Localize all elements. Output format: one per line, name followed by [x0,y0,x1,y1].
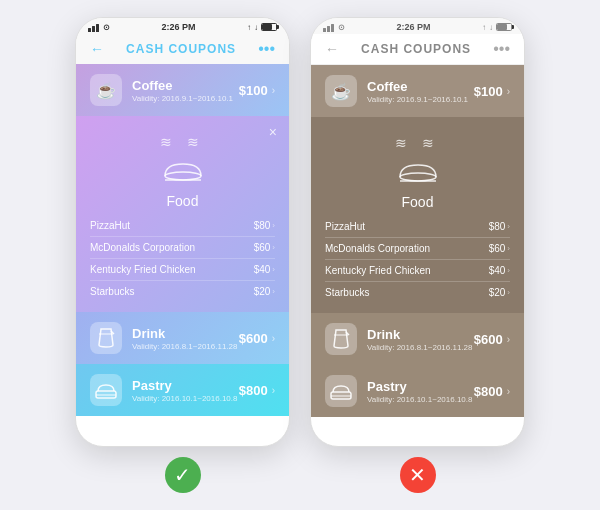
wifi-right: ⊙ [338,23,345,32]
coffee-value-left: $100 [239,83,268,98]
scroll-content-right: ☕ Coffee Validity: 2016.9.1~2016.10.1 $1… [311,65,524,446]
pastry-icon-right [325,375,357,407]
food-icon-center-right: ≋ ≋ Food [325,127,510,216]
back-button-left[interactable]: ← [90,41,104,57]
food-item-4-chevron-right: › [507,288,510,297]
food-item-1-chevron-left: › [272,221,275,230]
more-button-left[interactable]: ••• [258,40,275,58]
drink-icon-right [325,323,357,355]
food-item-1-right[interactable]: PizzaHut $80 › [325,216,510,238]
food-steam-right: ≋ ≋ [395,135,441,151]
food-item-3-left[interactable]: Kentucky Fried Chicken $40 › [90,259,275,281]
food-item-1-right-left: $80 › [254,220,275,231]
pastry-info-right: Pastry Validity: 2016.10.1~2016.10.8 [367,379,474,404]
phone-left-wrapper: ⊙ 2:26 PM ↑ ↓ ← CASH COUPONS ••• ☕ [75,17,290,493]
drink-chevron-left: › [272,333,275,344]
food-item-4-chevron-left: › [272,287,275,296]
status-bar-right: ⊙ 2:26 PM ↑ ↓ [311,18,524,34]
coffee-info-right: Coffee Validity: 2016.9.1~2016.10.1 [367,79,474,104]
food-item-3-right-left: $40 › [254,264,275,275]
food-item-4-name-right: Starbucks [325,287,369,298]
app-container: ⊙ 2:26 PM ↑ ↓ ← CASH COUPONS ••• ☕ [55,0,545,510]
food-close-left[interactable]: × [269,124,277,140]
food-item-3-name-right: Kentucky Fried Chicken [325,265,431,276]
food-dish-right [398,155,438,190]
coffee-chevron-left: › [272,85,275,96]
coffee-card-right[interactable]: ☕ Coffee Validity: 2016.9.1~2016.10.1 $1… [311,65,524,117]
arrow-up-right: ↑ [482,23,486,32]
drink-info-left: Drink Validity: 2016.8.1~2016.11.28 [132,326,239,351]
food-item-1-right-right: $80 › [489,221,510,232]
food-item-3-chevron-right: › [507,266,510,275]
food-label-left: Food [167,193,199,209]
food-item-2-right-left: $60 › [254,242,275,253]
food-card-right: ≋ ≋ Food PizzaHut $8 [311,117,524,313]
signal-left: ⊙ [88,23,110,32]
arrow-down-left: ↓ [254,23,258,32]
food-item-1-left[interactable]: PizzaHut $80 › [90,215,275,237]
pastry-validity-left: Validity: 2016.10.1~2016.10.8 [132,394,239,403]
coffee-info-left: Coffee Validity: 2016.9.1~2016.10.1 [132,78,239,103]
coffee-icon-left: ☕ [90,74,122,106]
pastry-value-left: $800 [239,383,268,398]
food-item-2-name-right: McDonalds Corporation [325,243,430,254]
check-icon: ✓ [174,463,191,487]
signal-right: ⊙ [323,23,345,32]
food-item-1-chevron-right: › [507,222,510,231]
food-item-4-left[interactable]: Starbucks $20 › [90,281,275,302]
pastry-icon-left [90,374,122,406]
drink-card-left[interactable]: Drink Validity: 2016.8.1~2016.11.28 $600… [76,312,289,364]
food-item-4-right-right: $20 › [489,287,510,298]
status-icons-left: ↑ ↓ [247,23,277,32]
title-left: CASH COUPONS [126,42,236,56]
food-item-1-value-left: $80 [254,220,271,231]
food-item-2-value-left: $60 [254,242,271,253]
pastry-card-left[interactable]: Pastry Validity: 2016.10.1~2016.10.8 $80… [76,364,289,416]
drink-validity-left: Validity: 2016.8.1~2016.11.28 [132,342,239,351]
coffee-value-right: $100 [474,84,503,99]
more-button-right[interactable]: ••• [493,40,510,58]
time-left: 2:26 PM [161,22,195,32]
pastry-card-right[interactable]: Pastry Validity: 2016.10.1~2016.10.8 $80… [311,365,524,417]
arrow-up-left: ↑ [247,23,251,32]
svg-point-6 [400,173,436,181]
signal-dot-1 [88,28,91,32]
pastry-name-left: Pastry [132,378,239,393]
food-item-1-value-right: $80 [489,221,506,232]
wifi-left: ⊙ [103,23,110,32]
coffee-name-left: Coffee [132,78,239,93]
battery-left [261,23,277,31]
food-item-2-left[interactable]: McDonalds Corporation $60 › [90,237,275,259]
food-icon-center-left: ≋ ≋ Food [90,126,275,215]
indicator-right: ✕ [400,457,436,493]
time-right: 2:26 PM [396,22,430,32]
battery-right [496,23,512,31]
coffee-validity-right: Validity: 2016.9.1~2016.10.1 [367,95,474,104]
food-item-3-value-left: $40 [254,264,271,275]
food-item-4-name-left: Starbucks [90,286,134,297]
status-bar-left: ⊙ 2:26 PM ↑ ↓ [76,18,289,34]
pastry-chevron-left: › [272,385,275,396]
drink-info-right: Drink Validity: 2016.8.1~2016.11.28 [367,327,474,352]
drink-name-left: Drink [132,326,239,341]
coffee-card-left[interactable]: ☕ Coffee Validity: 2016.9.1~2016.10.1 $1… [76,64,289,116]
food-item-2-right[interactable]: McDonalds Corporation $60 › [325,238,510,260]
back-button-right[interactable]: ← [325,41,339,57]
coffee-chevron-right: › [507,86,510,97]
drink-icon-left [90,322,122,354]
coffee-name-right: Coffee [367,79,474,94]
phone-left: ⊙ 2:26 PM ↑ ↓ ← CASH COUPONS ••• ☕ [75,17,290,447]
food-item-4-right[interactable]: Starbucks $20 › [325,282,510,303]
signal-dot-r2 [327,26,330,32]
food-item-4-right-left: $20 › [254,286,275,297]
food-item-3-right[interactable]: Kentucky Fried Chicken $40 › [325,260,510,282]
scroll-content-left: ☕ Coffee Validity: 2016.9.1~2016.10.1 $1… [76,64,289,446]
drink-card-right[interactable]: Drink Validity: 2016.8.1~2016.11.28 $600… [311,313,524,365]
arrow-down-right: ↓ [489,23,493,32]
header-right: ← CASH COUPONS ••• [311,34,524,65]
food-item-3-right-right: $40 › [489,265,510,276]
coffee-icon-right: ☕ [325,75,357,107]
pastry-chevron-right: › [507,386,510,397]
food-item-2-name-left: McDonalds Corporation [90,242,195,253]
title-right: CASH COUPONS [361,42,471,56]
